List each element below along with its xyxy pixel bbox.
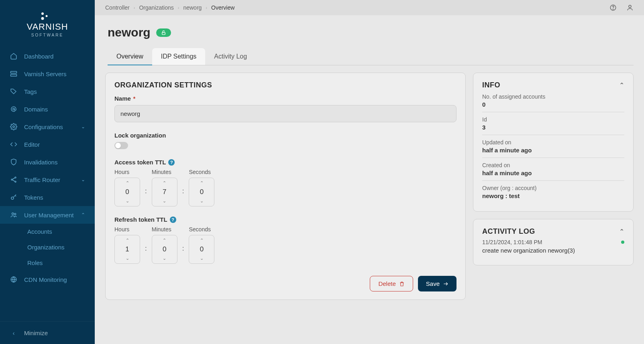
info-val: neworg : test — [482, 192, 624, 199]
stepper-down[interactable]: ⌄ — [126, 255, 129, 262]
logo-icon — [39, 12, 55, 20]
stepper-value[interactable]: 1 — [125, 244, 129, 255]
stepper-value[interactable]: 0 — [200, 244, 204, 255]
chevron-down-icon: ⌄ — [81, 124, 85, 130]
nav-label: Traffic Router — [24, 176, 60, 183]
tab-idp-settings[interactable]: IDP Settings — [152, 48, 206, 65]
info-key: Updated on — [482, 139, 624, 146]
stepper-down[interactable]: ⌄ — [163, 255, 166, 262]
stepper-down[interactable]: ⌄ — [126, 198, 129, 204]
svg-point-12 — [11, 197, 14, 199]
collapse-icon[interactable]: ⌃ — [619, 228, 624, 235]
nav-label: Tags — [24, 88, 37, 95]
minutes-label: Minutes — [152, 169, 171, 175]
collapse-icon[interactable]: ⌃ — [619, 81, 624, 89]
sidebar-item-dashboard[interactable]: Dashboard — [0, 47, 95, 65]
sidebar-sub-accounts[interactable]: Accounts — [0, 224, 95, 239]
stepper-value[interactable]: 0 — [125, 186, 129, 198]
breadcrumb-sep: › — [206, 5, 207, 10]
tab-activity-log[interactable]: Activity Log — [205, 48, 256, 65]
refresh-ttl-label: Refresh token TTL — [114, 216, 167, 223]
nav-label: Invalidations — [24, 159, 57, 166]
info-val: 0 — [482, 101, 624, 108]
sidebar-sub-organizations[interactable]: Organizations — [0, 239, 95, 255]
svg-line-10 — [12, 178, 15, 180]
arrow-right-icon — [443, 281, 448, 287]
sidebar-item-tokens[interactable]: Tokens — [0, 188, 95, 206]
sidebar-item-user-management[interactable]: User Management ⌃ — [0, 206, 95, 224]
hours-label: Hours — [114, 169, 129, 175]
tab-overview[interactable]: Overview — [108, 48, 152, 65]
stepper-up[interactable]: ⌃ — [126, 180, 129, 186]
seconds-label: Seconds — [189, 226, 210, 233]
nav: Dashboard Varnish Servers Tags Domains C… — [0, 47, 95, 321]
stepper-up[interactable]: ⌃ — [163, 237, 166, 244]
stepper-value[interactable]: 7 — [163, 186, 166, 198]
nav-label: Editor — [24, 141, 40, 148]
stepper-down[interactable]: ⌄ — [163, 198, 166, 204]
logo-subtext: SOFTWARE — [8, 33, 87, 37]
nav-label: Dashboard — [24, 53, 53, 60]
name-label: Name — [114, 95, 131, 102]
stepper-up[interactable]: ⌃ — [200, 180, 204, 186]
info-val: 3 — [482, 124, 624, 131]
breadcrumb-organizations[interactable]: Organizations — [139, 4, 173, 11]
lock-toggle[interactable] — [114, 142, 128, 149]
unlock-badge — [156, 28, 171, 37]
sidebar-sub-roles[interactable]: Roles — [0, 255, 95, 271]
breadcrumb-current: Overview — [211, 4, 234, 11]
info-title: INFO — [482, 81, 500, 89]
sidebar-item-domains[interactable]: Domains — [0, 100, 95, 118]
nav-label: User Management — [24, 212, 73, 219]
help-tooltip-icon[interactable]: ? — [168, 159, 175, 166]
stepper-value[interactable]: 0 — [200, 186, 204, 198]
main: Controller › Organizations › neworg › Ov… — [95, 0, 644, 344]
stepper-up[interactable]: ⌃ — [126, 237, 129, 244]
stepper-up[interactable]: ⌃ — [200, 237, 204, 244]
sidebar-item-configurations[interactable]: Configurations ⌄ — [0, 118, 95, 136]
seconds-label: Seconds — [189, 169, 210, 175]
delete-button[interactable]: Delete — [370, 276, 413, 291]
sidebar-item-varnish-servers[interactable]: Varnish Servers — [0, 65, 95, 83]
help-tooltip-icon[interactable]: ? — [170, 217, 176, 223]
sidebar-item-tags[interactable]: Tags — [0, 83, 95, 100]
colon: : — [144, 187, 148, 206]
share-icon — [10, 176, 18, 184]
minimize-button[interactable]: ‹ Minimize — [0, 321, 95, 344]
svg-point-0 — [41, 12, 44, 15]
stepper-down[interactable]: ⌄ — [200, 255, 204, 262]
nav-label: Varnish Servers — [24, 71, 67, 77]
nav-label: Tokens — [24, 194, 43, 201]
users-icon — [10, 211, 18, 219]
name-input[interactable] — [114, 105, 457, 122]
info-val: half a minute ago — [482, 170, 624, 176]
sidebar-item-invalidations[interactable]: Invalidations — [0, 153, 95, 171]
code-icon — [10, 140, 18, 148]
delete-label: Delete — [378, 280, 395, 287]
shield-icon — [10, 158, 18, 166]
save-button[interactable]: Save — [418, 276, 457, 291]
breadcrumb-controller[interactable]: Controller — [105, 4, 130, 11]
info-row: Id 3 — [482, 112, 624, 135]
content: neworg Overview IDP Settings Activity Lo… — [95, 15, 644, 310]
breadcrumb-sep: › — [134, 5, 135, 10]
info-key: No. of assigned accounts — [482, 93, 624, 100]
stepper-value[interactable]: 0 — [163, 244, 166, 255]
sidebar-item-traffic-router[interactable]: Traffic Router ⌄ — [0, 171, 95, 188]
chevron-left-icon: ‹ — [10, 329, 18, 337]
svg-point-20 — [613, 9, 613, 9]
svg-point-21 — [629, 5, 631, 8]
help-icon[interactable] — [609, 4, 617, 11]
svg-rect-3 — [11, 71, 17, 73]
nav-label: Configurations — [24, 123, 63, 130]
sidebar-item-editor[interactable]: Editor — [0, 136, 95, 153]
breadcrumb-org[interactable]: neworg — [183, 4, 202, 11]
minutes-label: Minutes — [152, 226, 171, 233]
info-row: Created on half a minute ago — [482, 158, 624, 181]
stepper-up[interactable]: ⌃ — [163, 180, 166, 186]
info-val: half a minute ago — [482, 147, 624, 154]
at-icon — [10, 105, 18, 113]
sidebar-item-cdn-monitoring[interactable]: CDN Monitoring — [0, 271, 95, 288]
stepper-down[interactable]: ⌄ — [200, 198, 204, 204]
user-icon[interactable] — [626, 4, 634, 11]
